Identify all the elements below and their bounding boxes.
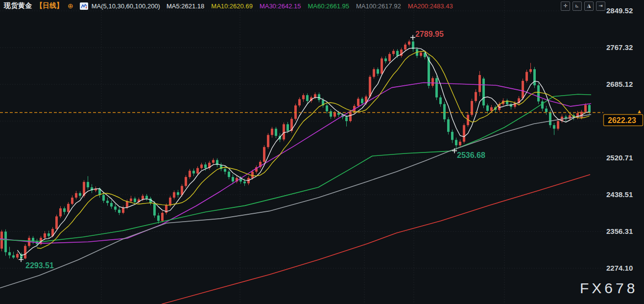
candle — [545, 106, 548, 115]
candlestick-chart[interactable]: 2622.23▲2849.522767.322685.122520.712438… — [0, 0, 644, 304]
gridlines — [0, 0, 603, 304]
candle-body — [439, 98, 442, 104]
indicator-chart-icon[interactable] — [80, 2, 88, 10]
candle-body — [486, 105, 489, 111]
candle — [475, 89, 477, 102]
collapse-panel-icon[interactable]: ⇥ — [596, 1, 605, 11]
candle-body — [267, 135, 269, 147]
candle-body — [192, 171, 195, 173]
candle-body — [145, 196, 148, 198]
chart-objects-icon[interactable]: ◮ — [584, 1, 594, 11]
candle-body — [357, 99, 359, 106]
candle — [259, 160, 262, 169]
candle-body — [388, 54, 391, 61]
price-annotation: 2293.51 — [19, 257, 54, 270]
candle-body — [185, 177, 187, 186]
candle-body — [541, 101, 544, 109]
candle-body — [408, 42, 410, 45]
candle — [388, 52, 391, 63]
candle-body — [24, 246, 26, 259]
candle-body — [71, 198, 73, 204]
candle — [345, 115, 348, 127]
candle-body — [157, 216, 160, 221]
candle-body — [549, 112, 551, 125]
candle-body — [251, 172, 254, 178]
candle — [463, 124, 465, 144]
candle — [384, 56, 387, 64]
price-annotation: 2536.68 — [452, 148, 485, 159]
candle-body — [102, 195, 105, 201]
candle — [447, 117, 450, 135]
ma-value-ma5: MA5:2621.18 — [167, 2, 204, 10]
candle-body — [529, 69, 532, 72]
candle — [400, 48, 403, 57]
candle — [392, 49, 395, 56]
candle-body — [232, 177, 234, 181]
candle-body — [384, 58, 387, 61]
candle-body — [451, 132, 453, 140]
candle-body — [75, 193, 77, 198]
candle-body — [557, 121, 559, 129]
candle-body — [134, 199, 136, 202]
price-up-arrow-icon: ▲ — [637, 108, 642, 114]
candle-body — [404, 45, 406, 50]
candle — [439, 95, 442, 107]
crosshair-pan-icon[interactable]: ✛ — [561, 1, 570, 11]
candle — [267, 133, 269, 149]
candle — [302, 93, 305, 101]
candle — [482, 77, 485, 108]
candle-body — [396, 51, 399, 56]
candle — [161, 211, 164, 222]
candle — [149, 197, 152, 205]
candle-body — [298, 99, 301, 105]
candle-body — [275, 128, 277, 136]
candle-body — [204, 164, 207, 168]
candle-body — [455, 140, 457, 145]
candle — [283, 123, 285, 141]
candle — [408, 40, 410, 47]
candle — [24, 244, 26, 259]
candle — [208, 161, 211, 170]
candle-body — [369, 77, 371, 97]
axis-label: 2520.71 — [606, 153, 633, 162]
candle — [326, 103, 328, 113]
candle-body — [177, 192, 179, 195]
candle — [263, 145, 265, 163]
add-indicator-button[interactable]: ⊕ — [68, 2, 73, 10]
candle-body — [55, 216, 58, 229]
candle — [435, 76, 438, 100]
candle — [122, 205, 124, 214]
candle-body — [373, 69, 375, 77]
candle — [173, 190, 175, 199]
candle-body — [67, 204, 70, 212]
candle — [8, 247, 11, 258]
candle-body — [420, 52, 422, 55]
candle — [59, 206, 62, 218]
candle — [459, 139, 461, 147]
candle — [557, 119, 559, 130]
ma-settings-label: MA(5,10,30,60,100,200) — [92, 2, 160, 10]
candle — [12, 252, 15, 259]
candle-body — [12, 255, 15, 258]
candle — [334, 111, 336, 119]
candle-body — [122, 207, 124, 213]
ma-value-ma60: MA60:2661.95 — [308, 2, 349, 10]
candle-body — [381, 58, 383, 74]
ma-value-ma100: MA100:2617.92 — [356, 2, 401, 10]
candle-body — [59, 208, 62, 216]
candle-body — [200, 164, 203, 168]
candle-body — [189, 171, 191, 177]
candle — [200, 163, 203, 170]
candle — [216, 158, 218, 167]
axis-scale-icon[interactable]: ⊾ — [572, 1, 582, 11]
candle-body — [334, 113, 336, 117]
candle-body — [169, 198, 171, 205]
chart-header: 现货黄金 【日线】 ⊕ MA(5,10,30,60,100,200) MA5:2… — [0, 0, 644, 12]
candle — [138, 198, 140, 204]
ma-line-ma200 — [162, 175, 590, 304]
candle — [212, 158, 215, 165]
ma-value-ma10: MA10:2620.69 — [211, 2, 253, 10]
candle — [177, 190, 179, 198]
candle-body — [263, 147, 265, 162]
candle-body — [314, 94, 316, 97]
